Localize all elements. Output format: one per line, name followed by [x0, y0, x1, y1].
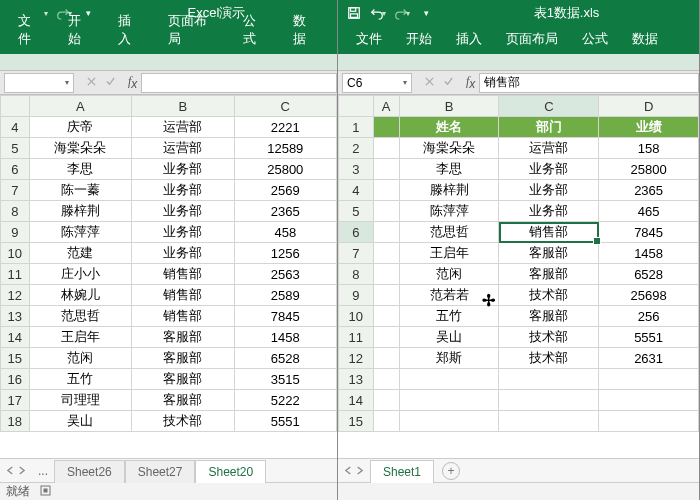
cell[interactable]: 李思 [29, 159, 131, 180]
cell[interactable]: 5551 [599, 327, 699, 348]
row-header[interactable]: 10 [1, 243, 30, 264]
redo-icon[interactable]: ▾ [390, 1, 414, 25]
row-header[interactable]: 15 [339, 411, 374, 432]
cell[interactable]: 2365 [234, 201, 336, 222]
cell[interactable]: 2221 [234, 117, 336, 138]
cell[interactable]: 客服部 [132, 348, 234, 369]
cell[interactable] [399, 390, 499, 411]
cell[interactable]: 范思哲 [399, 222, 499, 243]
cell[interactable] [499, 411, 599, 432]
cell[interactable] [373, 243, 399, 264]
cell[interactable]: 运营部 [132, 117, 234, 138]
cell[interactable]: 销售部 [132, 264, 234, 285]
cell[interactable]: 业务部 [132, 159, 234, 180]
fx-icon[interactable]: fx [124, 74, 141, 91]
row-header[interactable]: 14 [339, 390, 374, 411]
name-box[interactable]: ▾ [4, 73, 74, 93]
row-header[interactable]: 11 [1, 264, 30, 285]
sheet-tab-Sheet20[interactable]: Sheet20 [195, 460, 266, 483]
cell[interactable]: 销售部 [132, 306, 234, 327]
cell[interactable] [373, 117, 399, 138]
cell[interactable]: 郑斯 [399, 348, 499, 369]
cell[interactable] [373, 180, 399, 201]
cell[interactable]: 滕梓荆 [399, 180, 499, 201]
cell[interactable]: 2589 [234, 285, 336, 306]
cell[interactable] [373, 390, 399, 411]
ribbon-tab-页面布局[interactable]: 页面布局 [494, 24, 570, 54]
row-header[interactable]: 5 [339, 201, 374, 222]
cell[interactable]: 业务部 [132, 243, 234, 264]
select-all-corner[interactable] [1, 96, 30, 117]
ribbon-tab-开始[interactable]: 开始 [56, 6, 106, 54]
cell[interactable]: 5551 [234, 411, 336, 432]
cell[interactable]: 五竹 [399, 306, 499, 327]
cell[interactable]: 客服部 [499, 306, 599, 327]
row-header[interactable]: 7 [339, 243, 374, 264]
cell[interactable] [373, 138, 399, 159]
save-icon[interactable] [342, 1, 366, 25]
cell[interactable] [399, 411, 499, 432]
cell[interactable]: 3515 [234, 369, 336, 390]
cell[interactable] [499, 390, 599, 411]
col-header[interactable]: A [29, 96, 131, 117]
row-header[interactable]: 7 [1, 180, 30, 201]
col-header[interactable]: A [373, 96, 399, 117]
cell[interactable]: 2569 [234, 180, 336, 201]
undo-icon[interactable]: ▾ [366, 1, 390, 25]
sheet-tab-Sheet1[interactable]: Sheet1 [370, 460, 434, 483]
cell[interactable]: 运营部 [132, 138, 234, 159]
cell[interactable]: 25800 [234, 159, 336, 180]
cell[interactable]: 五竹 [29, 369, 131, 390]
cell[interactable]: 王启年 [399, 243, 499, 264]
ribbon-tab-文件[interactable]: 文件 [6, 6, 56, 54]
cell[interactable] [373, 348, 399, 369]
row-header[interactable]: 18 [1, 411, 30, 432]
cell[interactable]: 庆帝 [29, 117, 131, 138]
cell[interactable] [499, 369, 599, 390]
cell[interactable] [373, 369, 399, 390]
col-header[interactable]: B [132, 96, 234, 117]
row-header[interactable]: 12 [1, 285, 30, 306]
ribbon-tab-页面布局[interactable]: 页面布局 [156, 6, 232, 54]
cell[interactable]: 范若若 [399, 285, 499, 306]
cell[interactable]: 1458 [599, 243, 699, 264]
row-header[interactable]: 15 [1, 348, 30, 369]
row-header[interactable]: 10 [339, 306, 374, 327]
cell[interactable]: 陈萍萍 [29, 222, 131, 243]
name-box[interactable]: C6▾ [342, 73, 412, 93]
cell[interactable]: 技术部 [499, 348, 599, 369]
cell[interactable]: 李思 [399, 159, 499, 180]
cell[interactable]: 技术部 [132, 411, 234, 432]
cell[interactable] [373, 222, 399, 243]
row-header[interactable]: 4 [1, 117, 30, 138]
ribbon-tab-插入[interactable]: 插入 [444, 24, 494, 54]
ribbon-tab-开始[interactable]: 开始 [394, 24, 444, 54]
cell[interactable] [373, 327, 399, 348]
cell[interactable]: 256 [599, 306, 699, 327]
cell[interactable]: 6528 [234, 348, 336, 369]
fx-icon[interactable]: fx [462, 74, 479, 91]
more-sheets[interactable]: ... [32, 464, 54, 478]
cell[interactable]: 范思哲 [29, 306, 131, 327]
cell[interactable]: 客服部 [499, 264, 599, 285]
cell[interactable]: 12589 [234, 138, 336, 159]
cell[interactable]: 2563 [234, 264, 336, 285]
cell[interactable]: 1458 [234, 327, 336, 348]
cell[interactable]: 业绩 [599, 117, 699, 138]
cell[interactable]: 业务部 [499, 159, 599, 180]
select-all-corner[interactable] [339, 96, 374, 117]
formula-input[interactable]: 销售部 [479, 73, 699, 93]
macro-record-icon[interactable] [40, 485, 51, 499]
enter-icon[interactable] [443, 76, 454, 90]
cell[interactable]: 25698 [599, 285, 699, 306]
cell[interactable]: 销售部 [132, 285, 234, 306]
ribbon-tab-数据[interactable]: 数据 [281, 6, 331, 54]
cell[interactable]: 458 [234, 222, 336, 243]
row-header[interactable]: 16 [1, 369, 30, 390]
cell[interactable]: 2365 [599, 180, 699, 201]
cell[interactable]: 庄小小 [29, 264, 131, 285]
cell[interactable]: 陈一蓁 [29, 180, 131, 201]
cell[interactable]: 吴山 [399, 327, 499, 348]
cell[interactable]: 客服部 [132, 327, 234, 348]
cell[interactable]: 客服部 [132, 369, 234, 390]
